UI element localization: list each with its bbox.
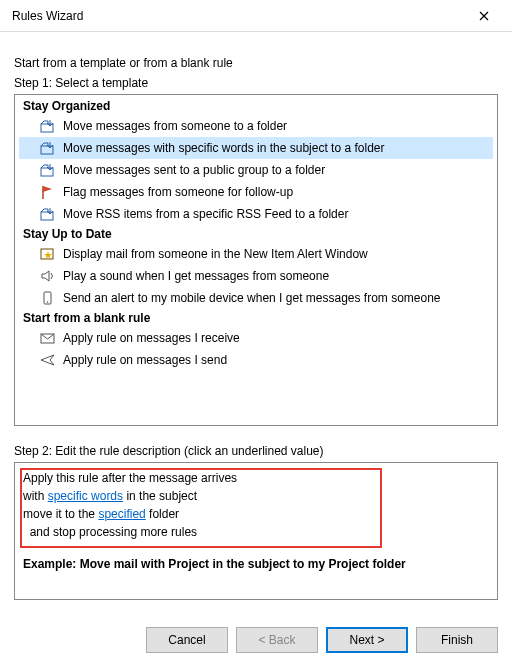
back-button: < Back — [236, 627, 318, 653]
desc-line2: with specific words in the subject — [23, 487, 489, 505]
envelope-icon — [39, 330, 57, 346]
template-item-label: Send an alert to my mobile device when I… — [63, 291, 441, 305]
desc-text: folder — [146, 507, 179, 521]
template-item-send[interactable]: Apply rule on messages I send — [19, 349, 493, 371]
content-area: Start from a template or from a blank ru… — [0, 32, 512, 600]
template-item-play-sound[interactable]: Play a sound when I get messages from so… — [19, 265, 493, 287]
titlebar: Rules Wizard — [0, 0, 512, 32]
flag-icon — [39, 184, 57, 200]
template-item-label: Flag messages from someone for follow-up — [63, 185, 293, 199]
template-item-label: Move RSS items from a specific RSS Feed … — [63, 207, 348, 221]
close-button[interactable] — [464, 2, 504, 30]
finish-button[interactable]: Finish — [416, 627, 498, 653]
desc-text: move it to the — [23, 507, 98, 521]
template-item-rss[interactable]: Move RSS items from a specific RSS Feed … — [19, 203, 493, 225]
desc-line1: Apply this rule after the message arrive… — [23, 469, 489, 487]
template-item-mobile-alert[interactable]: Send an alert to my mobile device when I… — [19, 287, 493, 309]
template-item-label: Move messages sent to a public group to … — [63, 163, 325, 177]
specific-words-link[interactable]: specific words — [48, 489, 123, 503]
specified-folder-link[interactable]: specified — [98, 507, 145, 521]
move-folder-icon — [39, 206, 57, 222]
template-item-flag[interactable]: Flag messages from someone for follow-up — [19, 181, 493, 203]
template-item-label: Apply rule on messages I send — [63, 353, 227, 367]
move-folder-icon — [39, 118, 57, 134]
desc-text: in the subject — [123, 489, 197, 503]
section-stay-up-to-date: Stay Up to Date — [19, 225, 493, 243]
template-item-label: Apply rule on messages I receive — [63, 331, 240, 345]
template-item-label: Play a sound when I get messages from so… — [63, 269, 329, 283]
template-item-move-from-someone[interactable]: Move messages from someone to a folder — [19, 115, 493, 137]
desc-line3: move it to the specified folder — [23, 505, 489, 523]
template-item-label: Move messages with specific words in the… — [63, 141, 384, 155]
template-item-label: Display mail from someone in the New Ite… — [63, 247, 368, 261]
template-item-public-group[interactable]: Move messages sent to a public group to … — [19, 159, 493, 181]
template-list: Stay Organized Move messages from someon… — [14, 94, 498, 426]
template-item-specific-words[interactable]: Move messages with specific words in the… — [19, 137, 493, 159]
template-item-receive[interactable]: Apply rule on messages I receive — [19, 327, 493, 349]
template-item-label: Move messages from someone to a folder — [63, 119, 287, 133]
example-text: Example: Move mail with Project in the s… — [23, 557, 489, 571]
step2-label: Step 2: Edit the rule description (click… — [14, 444, 498, 458]
sound-icon — [39, 268, 57, 284]
next-button[interactable]: Next > — [326, 627, 408, 653]
step1-label: Step 1: Select a template — [14, 76, 498, 90]
move-folder-icon — [39, 162, 57, 178]
description-box: Apply this rule after the message arrive… — [14, 462, 498, 600]
window-title: Rules Wizard — [12, 9, 464, 23]
desc-text: with — [23, 489, 48, 503]
section-blank-rule: Start from a blank rule — [19, 309, 493, 327]
section-stay-organized: Stay Organized — [19, 97, 493, 115]
template-item-alert-window[interactable]: Display mail from someone in the New Ite… — [19, 243, 493, 265]
close-icon — [479, 11, 489, 21]
svg-point-6 — [47, 301, 49, 303]
move-folder-icon — [39, 140, 57, 156]
button-row: Cancel < Back Next > Finish — [146, 627, 498, 653]
send-icon — [39, 352, 57, 368]
intro-text: Start from a template or from a blank ru… — [14, 56, 498, 70]
alert-star-icon — [39, 246, 57, 262]
cancel-button[interactable]: Cancel — [146, 627, 228, 653]
mobile-icon — [39, 290, 57, 306]
desc-line4: and stop processing more rules — [23, 523, 489, 541]
